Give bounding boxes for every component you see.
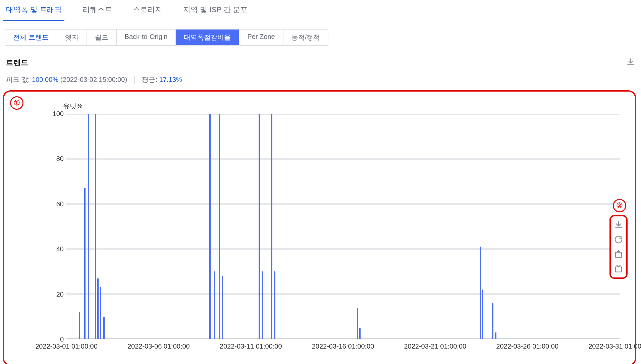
subnav-edge[interactable]: 엣지 — [57, 30, 87, 45]
subnav-back-to-origin[interactable]: Back-to-Origin — [117, 30, 176, 45]
callout-2: ② — [613, 199, 626, 212]
data-bar[interactable] — [274, 271, 275, 339]
refresh-icon[interactable] — [613, 235, 624, 245]
data-bar[interactable] — [103, 317, 105, 339]
x-tick-label: 2022-03-26 01:00:00 — [496, 343, 558, 350]
subnav-dynamic-static[interactable]: 동적/정적 — [283, 30, 328, 45]
chart-plot[interactable]: 유닛% 020406080100 2022-03-01 01:00:002022… — [66, 114, 620, 339]
chart-annotation-box-1: ① 유닛% 020406080100 2022-03-01 01:00:0020… — [3, 90, 636, 364]
y-tick-label: 20 — [56, 290, 64, 298]
data-bar[interactable] — [88, 114, 89, 339]
section-title: 트렌드 — [6, 58, 28, 68]
subnav-per-zone[interactable]: Per Zone — [239, 30, 283, 45]
callout-1: ① — [10, 96, 23, 110]
x-tick-label: 2022-03-06 01:00:00 — [127, 343, 190, 350]
stats-row: 피크 값: 100.00% (2022-03-02 15:00:00) ┊ 평균… — [0, 68, 641, 84]
data-bar[interactable] — [97, 278, 99, 339]
y-axis-labels: 020406080100 — [47, 114, 64, 339]
data-bar[interactable] — [259, 114, 260, 339]
svg-rect-7 — [616, 267, 622, 272]
y-tick-label: 40 — [56, 245, 64, 253]
y-tick-label: 100 — [53, 110, 64, 118]
section-header: 트렌드 — [0, 46, 641, 68]
download-section-icon[interactable] — [626, 58, 635, 68]
y-unit-label: 유닛% — [63, 102, 83, 111]
download-icon[interactable] — [613, 220, 624, 230]
data-bar[interactable] — [95, 114, 96, 339]
reset-zoom-icon[interactable] — [613, 264, 624, 274]
x-tick-label: 2022-03-01 01:00:00 — [35, 343, 98, 350]
stats-sep: ┊ — [129, 76, 140, 84]
x-tick-label: 2022-03-11 01:00:00 — [220, 343, 282, 350]
svg-rect-6 — [616, 252, 622, 257]
x-tick-label: 2022-03-21 01:00:00 — [404, 343, 466, 350]
subnav-row: 전체 트렌드 엣지 쉴드 Back-to-Origin 대역폭절감비율 Per … — [0, 21, 641, 46]
avg-value: 17.13% — [159, 76, 182, 84]
data-bar[interactable] — [100, 287, 101, 339]
y-tick-label: 60 — [56, 200, 64, 208]
main-tabs: 대역폭 및 트래픽 리퀘스트 스토리지 지역 및 ISP 간 분포 — [0, 0, 641, 21]
y-tick-label: 80 — [56, 155, 64, 163]
data-bar[interactable] — [359, 328, 361, 339]
data-bar[interactable] — [482, 290, 483, 339]
data-bar[interactable] — [84, 188, 86, 339]
data-bar[interactable] — [219, 114, 220, 339]
tab-storage[interactable]: 스토리지 — [131, 0, 164, 21]
data-bar[interactable] — [492, 303, 493, 339]
peak-value: 100.00% — [32, 76, 58, 84]
chart-wrap: ① 유닛% 020406080100 2022-03-01 01:00:0020… — [3, 90, 636, 364]
zoom-in-icon[interactable] — [613, 249, 624, 259]
data-bar[interactable] — [222, 276, 223, 339]
data-bar[interactable] — [209, 114, 211, 339]
chart-bars — [66, 114, 620, 339]
tab-request[interactable]: 리퀘스트 — [81, 0, 113, 21]
avg-label: 평균: — [142, 75, 157, 84]
subnav-group: 전체 트렌드 엣지 쉴드 Back-to-Origin 대역폭절감비율 Per … — [5, 29, 328, 46]
data-bar[interactable] — [214, 271, 215, 339]
tab-geo-isp[interactable]: 지역 및 ISP 간 분포 — [182, 0, 249, 21]
subnav-bandwidth-save-ratio[interactable]: 대역폭절감비율 — [176, 30, 239, 45]
data-bar[interactable] — [271, 114, 272, 339]
peak-time: (2022-03-02 15:00:00) — [60, 76, 127, 84]
data-bar[interactable] — [480, 247, 481, 339]
peak-label: 피크 값: — [6, 75, 30, 84]
data-bar[interactable] — [79, 312, 80, 339]
x-axis-labels: 2022-03-01 01:00:002022-03-06 01:00:0020… — [66, 343, 620, 353]
subnav-shield[interactable]: 쉴드 — [87, 30, 117, 45]
subnav-all-trend[interactable]: 전체 트렌드 — [5, 30, 57, 45]
data-bar[interactable] — [262, 271, 263, 339]
x-tick-label: 2022-03-16 01:00:00 — [312, 343, 374, 350]
x-tick-label: 2022-03-31 01:00:00 — [588, 343, 641, 350]
y-tick-label: 0 — [60, 335, 64, 343]
data-bar[interactable] — [357, 308, 358, 339]
tab-bandwidth-traffic[interactable]: 대역폭 및 트래픽 — [5, 0, 63, 21]
chart-toolbar — [609, 215, 628, 279]
data-bar[interactable] — [495, 332, 496, 339]
